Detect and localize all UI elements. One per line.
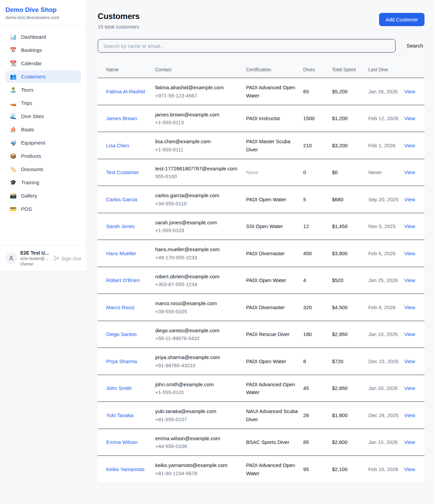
- customer-last-dive-cell: Never: [368, 159, 404, 186]
- customer-last-dive-cell: Feb 1, 2026: [368, 132, 404, 159]
- customer-phone: +91-98765-43210: [155, 361, 241, 369]
- customer-email: hans.mueller@example.com: [155, 245, 241, 253]
- shop-name[interactable]: Demo Dive Shop: [5, 6, 81, 14]
- avatar: [5, 253, 17, 264]
- customer-name-link[interactable]: John Smith: [106, 385, 132, 391]
- column-header-last-dive: Last Dive: [368, 61, 404, 78]
- customer-email: john.smith@example.com: [155, 380, 241, 388]
- customer-total-spent-cell: $1,800: [332, 402, 368, 429]
- sidebar-item-discounts[interactable]: 🏷️Discounts: [5, 163, 81, 175]
- sidebar-item-pos[interactable]: 💳POS: [5, 203, 81, 215]
- view-customer-link[interactable]: View: [404, 358, 415, 364]
- table-row: Carlos Garciacarlos.garcia@example.com+3…: [98, 186, 425, 213]
- sidebar-item-label: Training: [21, 180, 39, 185]
- customer-count: 15 total customers: [98, 24, 140, 30]
- customer-view-cell: View: [404, 429, 425, 456]
- table-row: Fatima Al-Rashidfatima.alrashid@example.…: [98, 78, 425, 105]
- customer-email: priya.sharma@example.com: [155, 353, 241, 361]
- pos-icon: 💳: [9, 206, 17, 212]
- customer-name-link[interactable]: Yuki Tanaka: [106, 412, 134, 418]
- customer-total-spent-cell: $1,200: [332, 105, 368, 132]
- page-header-text: Customers 15 total customers: [98, 12, 140, 30]
- sidebar-item-products[interactable]: 📦Products: [5, 150, 81, 162]
- customer-name-link[interactable]: Lisa Chen: [106, 143, 129, 148]
- sidebar-item-label: Dive Sites: [21, 113, 44, 119]
- customer-dives-cell: 320: [303, 294, 332, 321]
- sidebar-item-dashboard[interactable]: 📊Dashboard: [5, 31, 81, 43]
- customer-email: carlos.garcia@example.com: [155, 191, 241, 199]
- customer-total-spent-cell: $2,600: [332, 429, 368, 456]
- sidebar-item-training[interactable]: 🎓Training: [5, 176, 81, 189]
- customers-table-body: Fatima Al-Rashidfatima.alrashid@example.…: [98, 78, 425, 483]
- view-customer-link[interactable]: View: [404, 250, 415, 256]
- sidebar-item-equipment[interactable]: 🤿Equipment: [5, 136, 81, 149]
- sidebar-item-trips[interactable]: 🚤Trips: [5, 97, 81, 109]
- view-customer-link[interactable]: View: [404, 197, 415, 202]
- add-customer-button[interactable]: Add Customer: [379, 13, 425, 26]
- customer-email: fatima.alrashid@example.com: [155, 83, 241, 91]
- view-customer-link[interactable]: View: [404, 277, 415, 283]
- customer-certification-cell: PADI Divemaster: [246, 240, 303, 267]
- customer-name-link[interactable]: James Brown: [106, 115, 137, 121]
- view-customer-link[interactable]: View: [404, 223, 415, 229]
- table-row: James Brownjames.brown@example.com+1-555…: [98, 105, 425, 132]
- search-button[interactable]: Search: [405, 40, 425, 52]
- customer-name-link[interactable]: Hans Mueller: [106, 250, 136, 256]
- customer-phone: +55-11-99876-5432: [155, 334, 241, 342]
- view-customer-link[interactable]: View: [404, 169, 415, 175]
- customer-certification-cell: PADI Open Water: [246, 267, 303, 294]
- user-name: E2E Test U...: [20, 250, 51, 256]
- customer-name-link[interactable]: Emma Wilson: [106, 439, 138, 445]
- view-customer-link[interactable]: View: [404, 115, 415, 121]
- customer-name-link[interactable]: Robert O'Brien: [106, 277, 140, 283]
- customer-dives-cell: 0: [303, 159, 332, 186]
- discounts-icon: 🏷️: [9, 167, 17, 172]
- sign-out-button[interactable]: Sign Out: [54, 256, 81, 261]
- customer-dives-cell: 28: [303, 402, 332, 429]
- sidebar-item-dive-sites[interactable]: 🌊Dive Sites: [5, 110, 81, 123]
- customer-name-link[interactable]: Priya Sharma: [106, 358, 137, 364]
- customer-name-link[interactable]: Sarah Jones: [106, 223, 135, 229]
- sidebar-nav: 📊Dashboard📅Bookings📆Calendar👥Customers🏝️…: [0, 26, 86, 221]
- customer-view-cell: View: [404, 186, 425, 213]
- view-customer-link[interactable]: View: [404, 412, 415, 418]
- customer-total-spent-cell: $2,950: [332, 321, 368, 348]
- view-customer-link[interactable]: View: [404, 466, 415, 472]
- customer-certification-cell: PADI Rescue Diver: [246, 321, 303, 348]
- customer-name-link[interactable]: Test Customer: [106, 169, 139, 175]
- tours-icon: 🏝️: [9, 87, 17, 93]
- customer-name-link[interactable]: Carlos Garcia: [106, 197, 137, 202]
- sidebar-item-label: Trips: [21, 100, 32, 106]
- table-row: Test Customertest-1772681807767@example.…: [98, 159, 425, 186]
- sidebar-item-bookings[interactable]: 📅Bookings: [5, 44, 81, 56]
- customer-last-dive-cell: Nov 5, 2025: [368, 213, 404, 240]
- customer-total-spent-cell: $2,100: [332, 456, 368, 483]
- table-row: Yuki Tanakayuki.tanaka@example.com+81-55…: [98, 402, 425, 429]
- sidebar-item-gallery[interactable]: 📸Gallery: [5, 189, 81, 202]
- customer-dives-cell: 8: [303, 348, 332, 375]
- view-customer-link[interactable]: View: [404, 385, 415, 391]
- sidebar-item-label: Discounts: [21, 166, 43, 172]
- view-customer-link[interactable]: View: [404, 143, 415, 148]
- sidebar-item-tours[interactable]: 🏝️Tours: [5, 83, 81, 96]
- sidebar-item-calendar[interactable]: 📆Calendar: [5, 57, 81, 70]
- view-customer-link[interactable]: View: [404, 439, 415, 445]
- view-customer-link[interactable]: View: [404, 331, 415, 337]
- customer-name-link[interactable]: Keiko Yamamoto: [106, 466, 144, 472]
- sidebar: Demo Dive Shop demo.test.divestreams.com…: [0, 0, 87, 272]
- column-header-name: Name: [98, 61, 155, 78]
- sidebar-item-customers[interactable]: 👥Customers: [5, 70, 81, 83]
- customer-certification-cell: PADI Advanced Open Water: [246, 375, 303, 402]
- customer-contact-cell: carlos.garcia@example.com+34-555-0110: [155, 186, 246, 213]
- view-customer-link[interactable]: View: [404, 304, 415, 310]
- customer-name-link[interactable]: Fatima Al-Rashid: [106, 89, 145, 94]
- customer-view-cell: View: [404, 105, 425, 132]
- user-section: E2E Test U... e2e-tester@... Owner Sign …: [0, 245, 86, 271]
- view-customer-link[interactable]: View: [404, 89, 415, 94]
- search-input[interactable]: [98, 39, 396, 53]
- customer-total-spent-cell: $1,450: [332, 213, 368, 240]
- customer-dives-cell: 45: [303, 375, 332, 402]
- sidebar-item-boats[interactable]: ⛵Boats: [5, 123, 81, 136]
- customer-name-link[interactable]: Diego Santos: [106, 331, 137, 337]
- customer-name-link[interactable]: Marco Rossi: [106, 304, 134, 310]
